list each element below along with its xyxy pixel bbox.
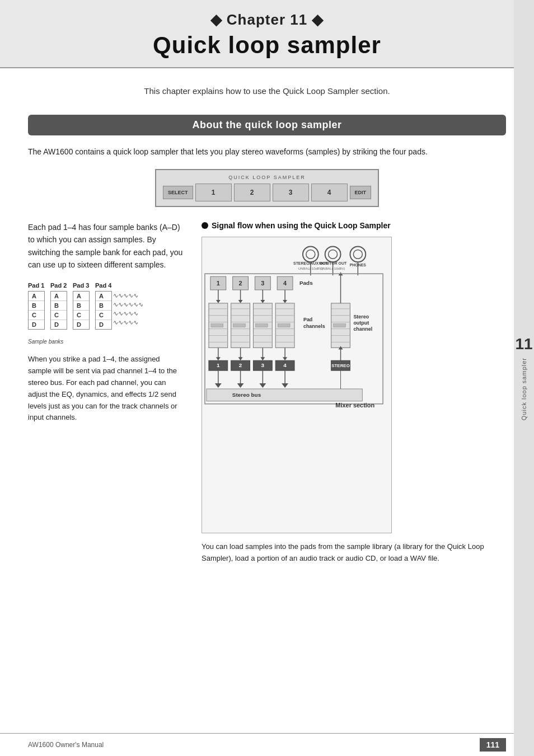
svg-text:Mixer section: Mixer section — [335, 402, 374, 408]
page-title: Quick loop sampler — [0, 32, 534, 59]
sampler-pad-1[interactable]: 1 — [195, 184, 232, 201]
bank-letter-c: C — [99, 312, 108, 318]
bank-letter-b: B — [77, 302, 86, 309]
pad-3-label: Pad 3 — [73, 282, 89, 289]
pad-2-label: Pad 2 — [50, 282, 67, 289]
sampler-edit-btn[interactable]: EDIT — [350, 186, 372, 199]
bank-row: C — [51, 311, 67, 320]
bank-letter-d: D — [32, 321, 41, 328]
svg-marker-28 — [260, 300, 265, 303]
bank-row: D — [29, 320, 44, 329]
footer-manual: AW1600 Owner's Manual — [28, 741, 104, 749]
bank-row: B — [51, 301, 67, 311]
svg-rect-72 — [334, 324, 346, 327]
svg-marker-99 — [237, 383, 244, 388]
svg-marker-79 — [238, 357, 243, 360]
bank-letter-c: C — [77, 312, 86, 318]
pad-group-3: Pad 3 A B C D — [73, 282, 90, 330]
svg-text:Pads: Pads — [299, 280, 313, 286]
footer-page-number: 111 — [480, 738, 506, 752]
svg-text:3: 3 — [261, 280, 264, 287]
sidebar-chapter-label: Quick loop sampler — [521, 358, 527, 420]
bullet-icon — [202, 222, 208, 229]
svg-rect-106 — [207, 389, 362, 401]
svg-point-0 — [350, 246, 366, 262]
waveform-d: ∿∿∿∿∿ — [113, 319, 143, 326]
svg-point-3 — [303, 246, 318, 262]
svg-text:4: 4 — [283, 362, 287, 368]
bank-row: D — [96, 320, 111, 329]
svg-point-4 — [306, 250, 315, 259]
sampler-pad-4[interactable]: 4 — [311, 184, 348, 201]
pad-section-text: Each pad 1–4 has four sample banks (A–D)… — [28, 221, 185, 271]
bank-row: B — [29, 301, 44, 311]
bank-letter-a: A — [77, 293, 86, 299]
pad-4-label: Pad 4 — [95, 282, 111, 289]
bank-row: D — [73, 320, 89, 329]
pad-3-grid: A B C D — [73, 291, 90, 330]
bank-letter-a: A — [54, 293, 63, 299]
page: ◆ Chapter 11 ◆ Quick loop sampler This c… — [0, 0, 534, 756]
bank-letter-d: D — [54, 321, 63, 328]
waveform-a: ∿∿∿∿∿ — [113, 292, 143, 299]
svg-text:Stereo bus: Stereo bus — [232, 392, 261, 398]
bank-letter-d: D — [99, 321, 108, 328]
pad-group-2: Pad 2 A B C D — [50, 282, 67, 330]
two-column-layout: Each pad 1–4 has four sample banks (A–D)… — [28, 221, 506, 565]
bank-letter-b: B — [32, 302, 41, 309]
body-text-2: When you strike a pad 1–4, the assigned … — [28, 354, 185, 424]
section-header: About the quick loop sampler — [28, 115, 506, 135]
svg-rect-62 — [278, 324, 290, 327]
signal-flow-title-text: Signal flow when using the Quick Loop Sa… — [212, 221, 391, 230]
right-column: Signal flow when using the Quick Loop Sa… — [202, 221, 506, 565]
footer: AW1600 Owner's Manual 111 — [0, 733, 534, 756]
svg-marker-26 — [238, 300, 243, 303]
pad-group-4: Pad 4 A B C D ∿∿∿∿∿ ∿∿∿∿∿∿ — [95, 282, 143, 330]
sampler-label: QUICK LOOP SAMPLER — [163, 175, 371, 180]
svg-marker-101 — [259, 383, 266, 388]
svg-text:2: 2 — [239, 362, 242, 368]
bank-letter-b: B — [99, 302, 108, 309]
waveform-c: ∿∿∿∿∿ — [113, 310, 143, 317]
svg-text:1: 1 — [217, 280, 220, 287]
pad-1-label: Pad 1 — [28, 282, 44, 289]
body-text-1: The AW1600 contains a quick loop sampler… — [28, 145, 506, 158]
svg-text:3: 3 — [261, 362, 265, 368]
bank-row: A — [73, 292, 89, 301]
bank-row: A — [96, 292, 111, 301]
svg-marker-77 — [216, 357, 221, 360]
sampler-pad-3[interactable]: 3 — [273, 184, 309, 201]
sampler-pad-2[interactable]: 2 — [234, 184, 270, 201]
right-sidebar: 11 Quick loop sampler — [514, 0, 534, 756]
svg-rect-46 — [233, 324, 246, 327]
svg-text:Pad: Pad — [303, 317, 312, 322]
sampler-select-btn[interactable]: SELECT — [163, 186, 193, 199]
svg-marker-103 — [282, 383, 288, 388]
pad-banks-diagram: Pad 1 A B C D Pad 2 A B — [28, 282, 185, 330]
waveform-b: ∿∿∿∿∿∿ — [113, 301, 143, 308]
signal-flow-title: Signal flow when using the Quick Loop Sa… — [202, 221, 506, 230]
you-can-text: You can load samples into the pads from … — [202, 541, 506, 565]
pad-4-grid: A B C D — [95, 291, 112, 330]
svg-marker-24 — [216, 300, 221, 303]
bank-row: C — [96, 311, 111, 320]
intro-text: This chapter explains how to use the Qui… — [28, 85, 506, 98]
svg-point-7 — [325, 246, 341, 262]
bank-letter-a: A — [99, 293, 108, 299]
pad-group-1: Pad 1 A B C D — [28, 282, 45, 330]
svg-text:1: 1 — [217, 362, 220, 368]
svg-point-1 — [353, 250, 362, 259]
pad-1-grid: A B C D — [28, 291, 45, 330]
bank-row: C — [29, 311, 44, 320]
svg-text:STEREO: STEREO — [331, 363, 350, 368]
svg-marker-30 — [283, 300, 287, 303]
bank-row: C — [73, 311, 89, 320]
sampler-device: QUICK LOOP SAMPLER SELECT 1 2 3 4 EDIT — [155, 169, 379, 207]
svg-rect-38 — [211, 324, 223, 327]
svg-rect-54 — [255, 324, 268, 327]
signal-flow-diagram: PHONES STEREO/AUX OUT UNBAL(-10dBV) MONI… — [202, 237, 506, 533]
sampler-controls: SELECT 1 2 3 4 EDIT — [163, 184, 371, 201]
bank-row: D — [51, 320, 67, 329]
bank-row: A — [29, 292, 44, 301]
svg-marker-83 — [283, 357, 287, 360]
